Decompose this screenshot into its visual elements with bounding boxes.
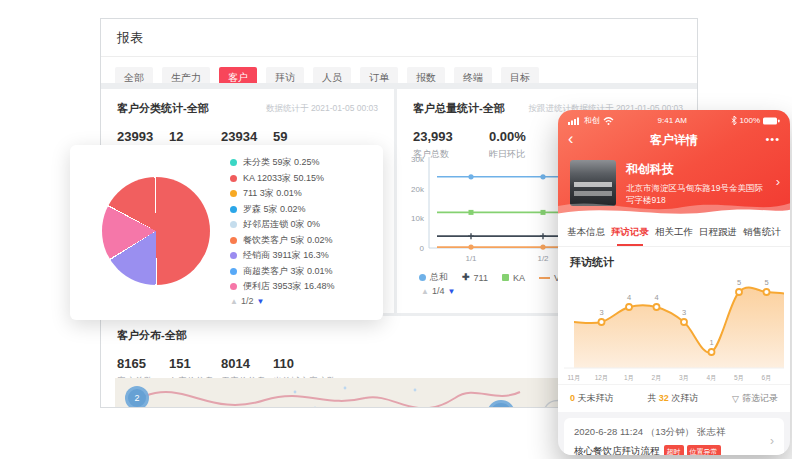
record-datetime: 2020-6-28 11:24: [574, 426, 643, 437]
filter-records-button[interactable]: ▽ 筛选记录: [732, 392, 778, 405]
legend-dot: [230, 221, 237, 228]
stat-value: 0.00%: [489, 129, 565, 144]
filter-label: 筛选记录: [742, 392, 778, 405]
svg-text:1月: 1月: [624, 374, 634, 382]
days-since-visit: 0 天未拜访: [570, 392, 614, 405]
stat-value: 151: [169, 356, 221, 371]
pie-legend: 未分类 59家 0.25% KA 12033家 50.15% 711 3家 0.…: [230, 155, 335, 295]
legend-item[interactable]: 餐饮类客户 5家 0.02%: [230, 233, 335, 249]
days-text: 天未拜访: [578, 393, 614, 403]
svg-text:1/1: 1/1: [465, 254, 477, 263]
legend-label: 好邻居连锁 0家 0%: [243, 218, 320, 231]
phone-tab[interactable]: 基本信息: [564, 218, 608, 246]
filter-icon: ▽: [732, 394, 739, 404]
svg-text:1/2: 1/2: [537, 254, 549, 263]
series-name: 711: [474, 273, 488, 283]
total-suffix: 次拜访: [671, 393, 698, 403]
phone-tab[interactable]: 拜访记录: [608, 218, 652, 246]
svg-text:4: 4: [654, 293, 658, 302]
page-title: 报表: [117, 29, 143, 47]
svg-text:3月: 3月: [679, 374, 689, 382]
stat-value: 110: [273, 356, 325, 371]
company-name: 和创科技: [626, 161, 766, 178]
legend-item[interactable]: KA 12033家 50.15%: [230, 171, 335, 187]
legend-item[interactable]: 经销商 3911家 16.3%: [230, 248, 335, 264]
phone-tab[interactable]: 销售统计: [740, 218, 784, 246]
legend-item[interactable]: 好邻居连锁 0家 0%: [230, 217, 335, 233]
legend-dot: [230, 283, 237, 290]
back-icon[interactable]: ‹: [568, 128, 573, 150]
svg-text:4: 4: [627, 293, 631, 302]
record-badges: 超时位置异常: [664, 445, 721, 455]
pie-popup-card: 未分类 59家 0.25% KA 12033家 50.15% 711 3家 0.…: [70, 145, 383, 320]
more-icon[interactable]: •••: [765, 128, 780, 150]
svg-text:2月: 2月: [651, 374, 661, 382]
card-title: 客户总量统计-全部: [413, 101, 505, 116]
series-marker-icon: ✚: [462, 274, 470, 281]
legend-label: 餐饮类客户 5家 0.02%: [243, 234, 333, 247]
record-person: 张志祥: [697, 426, 726, 437]
pager-up-icon[interactable]: ▲: [421, 287, 429, 296]
legend-item[interactable]: 711 3家 0.01%: [230, 186, 335, 202]
svg-text:5月: 5月: [734, 374, 744, 382]
legend-pager: ▲ 1/2 ▼: [230, 296, 264, 306]
svg-text:30k: 30k: [411, 155, 425, 164]
pager-down-icon[interactable]: ▼: [256, 297, 264, 306]
series-legend-item[interactable]: 总和: [419, 271, 448, 284]
wifi-icon: [603, 117, 614, 125]
series-legend-item[interactable]: V: [539, 273, 560, 283]
phone-mockup: 和创 9:41 AM 100% ‹ 客户详情 •••: [558, 110, 790, 455]
phone-navbar: ‹ 客户详情 •••: [558, 128, 790, 152]
battery-icon: [763, 117, 780, 125]
legend-dot: [230, 252, 237, 259]
svg-text:0: 0: [420, 244, 425, 253]
svg-text:11月: 11月: [567, 374, 580, 382]
legend-dot: [230, 190, 237, 197]
legend-label: 经销商 3911家 16.3%: [243, 249, 329, 262]
status-bar: 和创 9:41 AM 100%: [558, 110, 790, 126]
total-visits: 共 32 次拜访: [647, 392, 698, 405]
card-timestamp: 数据统计于 2021-01-05 00:03: [266, 103, 378, 115]
legend-item[interactable]: 便利店 3953家 16.48%: [230, 279, 335, 295]
legend-label: 商超类客户 3家 0.01%: [243, 265, 333, 278]
total-prefix: 共: [647, 393, 656, 403]
card-title: 客户分类统计-全部: [117, 101, 209, 116]
series-legend-item[interactable]: KA: [502, 273, 525, 283]
phone-tab[interactable]: 相关工作: [652, 218, 696, 246]
svg-text:1: 1: [709, 338, 713, 347]
visit-area-chart: 344315511月12月1月2月3月4月5月6月: [564, 272, 784, 384]
legend-item[interactable]: 未分类 59家 0.25%: [230, 155, 335, 171]
legend-label: 便利店 3953家 16.48%: [243, 280, 335, 293]
svg-text:20k: 20k: [411, 185, 425, 194]
chevron-right-icon[interactable]: ›: [776, 174, 780, 189]
visit-stats-title: 拜访统计: [558, 247, 790, 272]
card-title: 客户分布-全部: [117, 328, 187, 343]
pie-chart[interactable]: [102, 177, 210, 285]
record-flow-row: 核心餐饮店拜访流程 超时位置异常: [574, 445, 774, 455]
visit-record-item[interactable]: 2020-6-28 11:24 （13分钟） 张志祥 › 核心餐饮店拜访流程 超…: [564, 418, 784, 455]
desktop-background: 报表 全部生产力客户拜访人员订单报数终端目标 客户分类统计-全部 数据统计于 2…: [0, 0, 792, 459]
series-name: KA: [513, 273, 525, 283]
pager-up-icon[interactable]: ▲: [230, 297, 238, 306]
phone-tab[interactable]: 日程跟进: [696, 218, 740, 246]
record-meta: 2020-6-28 11:24 （13分钟） 张志祥: [574, 426, 774, 439]
legend-item[interactable]: 罗森 5家 0.02%: [230, 202, 335, 218]
pager-down-icon[interactable]: ▼: [447, 287, 455, 296]
wave-decoration: [558, 195, 790, 219]
legend-label: 未分类 59家 0.25%: [243, 156, 320, 169]
record-flow-name: 核心餐饮店拜访流程: [574, 445, 660, 455]
map-cluster-marker[interactable]: 2: [125, 386, 149, 408]
visit-summary-row: 0 天未拜访 共 32 次拜访 ▽ 筛选记录: [558, 384, 790, 412]
legend-item[interactable]: 商超类客户 3家 0.01%: [230, 264, 335, 280]
series-legend-item[interactable]: ✚711: [462, 273, 488, 283]
signal-icon: [568, 117, 581, 125]
panel-header: 报表: [101, 19, 697, 57]
stat-value: 23934: [221, 129, 273, 144]
stat-value: 8165: [117, 356, 169, 371]
days-value: 0: [570, 393, 575, 403]
pager-label: 1/4: [432, 286, 445, 296]
phone-header: 和创 9:41 AM 100% ‹ 客户详情 •••: [558, 110, 790, 218]
bluetooth-icon: [731, 116, 737, 125]
stat-value: 12: [169, 129, 221, 144]
series-name: 总和: [430, 271, 448, 284]
